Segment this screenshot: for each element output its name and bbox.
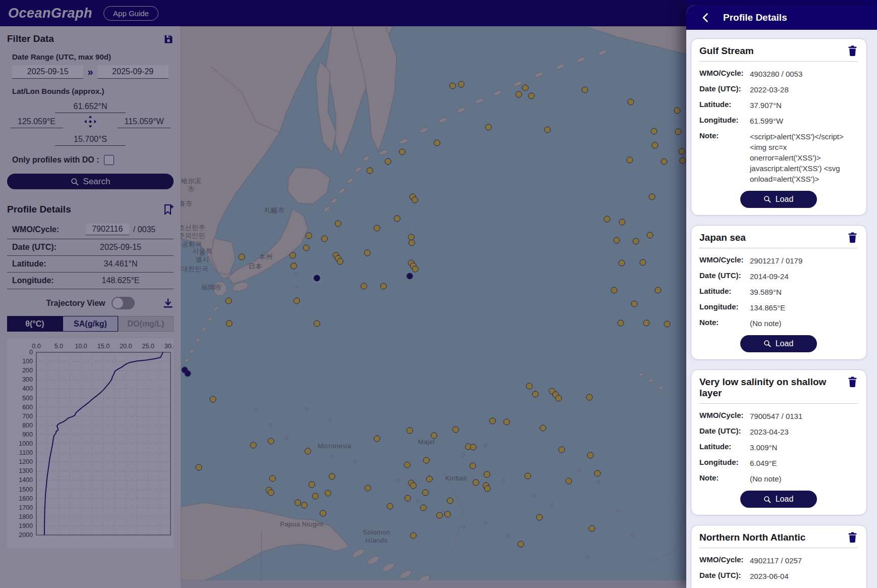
profile-marker[interactable] (522, 85, 529, 91)
load-profile-button[interactable]: Load (740, 491, 817, 508)
profile-marker[interactable] (484, 486, 491, 492)
profile-marker[interactable] (312, 493, 319, 500)
profile-marker[interactable] (611, 287, 618, 294)
profile-marker[interactable] (306, 233, 312, 239)
profile-marker[interactable] (226, 320, 233, 327)
profile-marker[interactable] (365, 485, 371, 492)
profile-marker[interactable] (528, 93, 535, 99)
profile-marker[interactable] (226, 298, 232, 304)
profile-marker[interactable] (305, 448, 311, 455)
profile-marker[interactable] (422, 490, 429, 496)
bound-north-input[interactable] (55, 100, 126, 113)
profile-marker[interactable] (361, 283, 367, 290)
profile-marker[interactable] (320, 510, 326, 517)
profile-marker[interactable] (423, 457, 430, 464)
profile-marker[interactable] (387, 503, 394, 510)
profile-marker[interactable] (301, 502, 308, 509)
bound-east-input[interactable] (118, 116, 171, 128)
profile-marker[interactable] (407, 273, 413, 280)
profile-marker[interactable] (295, 500, 301, 506)
profile-marker[interactable] (675, 129, 682, 135)
profile-marker[interactable] (643, 320, 650, 327)
profile-marker[interactable] (470, 444, 477, 451)
trajectory-toggle[interactable] (112, 297, 135, 309)
profile-marker[interactable] (674, 108, 681, 114)
profile-marker[interactable] (364, 250, 371, 256)
profile-marker[interactable] (268, 490, 275, 496)
load-profile-button[interactable]: Load (740, 335, 817, 352)
delete-profile-button[interactable] (848, 232, 857, 243)
profile-marker[interactable] (473, 479, 479, 486)
profile-marker[interactable] (484, 471, 490, 478)
profile-marker[interactable] (450, 83, 456, 89)
profile-marker[interactable] (627, 157, 633, 164)
profile-marker[interactable] (518, 541, 524, 548)
profile-marker[interactable] (269, 475, 276, 482)
profile-marker[interactable] (649, 194, 655, 200)
profile-marker[interactable] (680, 157, 686, 164)
profile-marker[interactable] (303, 245, 310, 251)
date-to-input[interactable] (97, 65, 169, 79)
profile-marker[interactable] (250, 442, 257, 449)
profile-marker[interactable] (436, 512, 443, 519)
profile-marker[interactable] (614, 237, 620, 244)
profile-marker[interactable] (651, 128, 657, 135)
profile-marker[interactable] (394, 216, 401, 222)
profile-marker[interactable] (399, 149, 406, 155)
profile-marker[interactable] (412, 266, 419, 273)
profile-marker[interactable] (604, 216, 611, 223)
tab--c-[interactable]: θ(°C) (7, 316, 63, 332)
profile-marker[interactable] (532, 391, 539, 398)
profile-marker[interactable] (589, 525, 595, 532)
profile-marker[interactable] (431, 433, 437, 439)
profile-marker[interactable] (290, 252, 296, 259)
profile-marker[interactable] (374, 225, 380, 232)
do-only-checkbox[interactable] (104, 155, 114, 165)
profile-marker[interactable] (434, 140, 441, 146)
profile-marker[interactable] (470, 463, 476, 469)
profile-marker[interactable] (380, 283, 387, 290)
profile-marker[interactable] (210, 396, 216, 403)
profile-marker[interactable] (445, 511, 451, 518)
profile-marker[interactable] (536, 514, 543, 521)
date-from-input[interactable] (12, 65, 83, 79)
profile-marker[interactable] (337, 258, 344, 265)
profile-marker[interactable] (655, 287, 662, 294)
pan-move-icon[interactable] (84, 115, 97, 128)
profile-marker[interactable] (329, 473, 336, 480)
profile-marker[interactable] (374, 436, 380, 442)
profile-marker[interactable] (647, 232, 653, 239)
selected-profile-marker[interactable] (314, 275, 320, 282)
profile-marker[interactable] (582, 87, 588, 93)
profile-marker[interactable] (185, 370, 191, 377)
profile-marker[interactable] (325, 490, 332, 497)
profile-marker[interactable] (619, 219, 626, 226)
save-filter-button[interactable] (163, 34, 174, 44)
profile-marker[interactable] (628, 99, 634, 105)
search-button[interactable]: Search (7, 174, 174, 189)
profile-marker[interactable] (652, 142, 659, 149)
delete-profile-button[interactable] (848, 532, 857, 543)
profile-marker[interactable] (559, 447, 565, 453)
profile-marker[interactable] (526, 383, 533, 390)
profile-marker[interactable] (556, 395, 562, 402)
profile-marker[interactable] (367, 168, 373, 174)
profile-marker[interactable] (314, 320, 320, 327)
profile-marker[interactable] (504, 419, 510, 425)
profile-marker[interactable] (447, 498, 454, 504)
profile-marker[interactable] (485, 124, 492, 131)
profile-marker[interactable] (196, 464, 202, 471)
wmo-input[interactable] (86, 224, 129, 235)
profile-marker[interactable] (409, 240, 415, 246)
profile-marker[interactable] (309, 482, 315, 488)
load-profile-button[interactable]: Load (740, 191, 817, 208)
profile-marker[interactable] (458, 81, 465, 88)
profile-marker[interactable] (664, 321, 671, 328)
profile-marker[interactable] (291, 263, 297, 270)
bound-south-input[interactable] (55, 133, 126, 146)
profile-marker[interactable] (618, 320, 624, 327)
profile-marker[interactable] (594, 470, 601, 477)
profile-marker[interactable] (586, 394, 593, 401)
profile-marker[interactable] (516, 91, 522, 98)
profile-marker[interactable] (566, 478, 572, 485)
